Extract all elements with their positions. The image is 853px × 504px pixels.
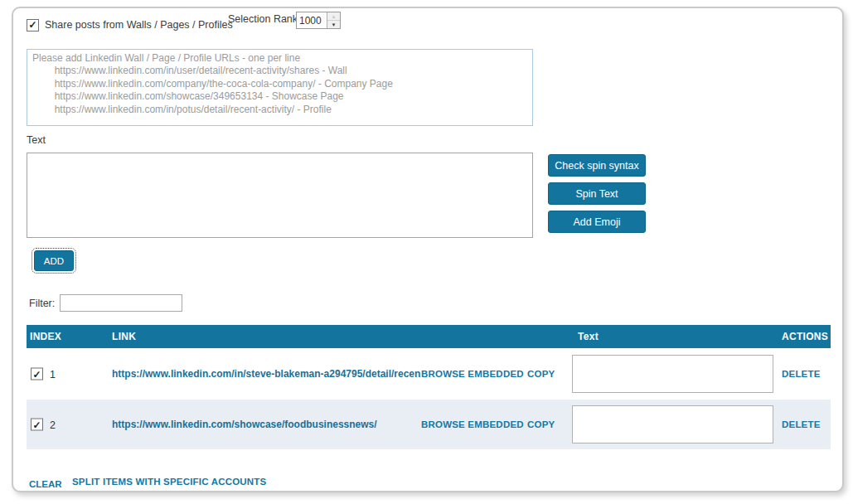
row-index-cell: ✓ 1 bbox=[31, 368, 56, 380]
column-header-text: Text bbox=[578, 331, 599, 342]
filter-row: Filter: bbox=[29, 294, 182, 312]
row-link[interactable]: https://www.linkedin.com/showcase/foodbu… bbox=[112, 419, 377, 430]
check-icon: ✓ bbox=[28, 20, 36, 30]
selection-rank-input[interactable] bbox=[297, 12, 327, 28]
filter-label: Filter: bbox=[29, 298, 55, 309]
add-button[interactable]: ADD bbox=[34, 250, 74, 271]
browse-embedded-link[interactable]: BROWSE EMBEDDED bbox=[421, 369, 524, 379]
share-posts-checkbox[interactable]: ✓ bbox=[27, 19, 39, 32]
spin-up-button[interactable]: ▲ bbox=[327, 12, 340, 21]
split-items-link[interactable]: SPLIT ITEMS WITH SPECIFIC ACCOUNTS bbox=[72, 477, 266, 487]
chevron-up-icon: ▲ bbox=[332, 14, 337, 19]
column-header-link: LINK bbox=[112, 331, 136, 342]
delete-link[interactable]: DELETE bbox=[782, 369, 821, 379]
row-text-cell bbox=[572, 355, 773, 393]
row-checkbox[interactable]: ✓ bbox=[31, 368, 43, 380]
selection-rank-label: Selection Rank bbox=[228, 13, 298, 25]
linkedin-urls-input[interactable]: Please add Linkedin Wall / Page / Profil… bbox=[27, 49, 533, 126]
selection-rank-spinner[interactable]: ▲ ▼ bbox=[296, 12, 341, 29]
row-index: 2 bbox=[50, 419, 56, 430]
copy-link[interactable]: COPY bbox=[527, 419, 555, 429]
main-panel: ✓ Share posts from Walls / Pages / Profi… bbox=[12, 7, 844, 492]
row-index: 1 bbox=[50, 368, 56, 380]
spin-down-button[interactable]: ▼ bbox=[327, 21, 340, 28]
delete-link[interactable]: DELETE bbox=[782, 419, 821, 429]
text-label: Text bbox=[27, 134, 46, 146]
url-hint-line: https://www.linkedin.com/in/potus/detail… bbox=[32, 104, 527, 116]
check-icon: ✓ bbox=[32, 419, 41, 429]
column-header-index: INDEX bbox=[30, 331, 61, 342]
row-index-cell: ✓ 2 bbox=[31, 419, 56, 431]
url-hint-line: Please add Linkedin Wall / Page / Profil… bbox=[32, 52, 527, 65]
row-text-cell bbox=[572, 405, 773, 443]
check-spin-syntax-button[interactable]: Check spin syntax bbox=[548, 154, 646, 177]
add-emoji-button[interactable]: Add Emoji bbox=[548, 211, 646, 233]
table-row: ✓ 1 https://www.linkedin.com/in/steve-bl… bbox=[27, 348, 831, 400]
check-icon: ✓ bbox=[32, 369, 41, 379]
chevron-down-icon: ▼ bbox=[332, 22, 337, 27]
table-row: ✓ 2 https://www.linkedin.com/showcase/fo… bbox=[27, 400, 831, 449]
clear-link[interactable]: CLEAR bbox=[29, 479, 62, 489]
copy-link[interactable]: COPY bbox=[527, 369, 555, 379]
row-checkbox[interactable]: ✓ bbox=[31, 419, 43, 431]
url-hint-line: https://www.linkedin.com/company/the-coc… bbox=[32, 78, 527, 90]
text-input[interactable] bbox=[27, 153, 533, 238]
url-hint-line: https://www.linkedin.com/in/user/detail/… bbox=[32, 65, 527, 77]
spinner-buttons: ▲ ▼ bbox=[327, 12, 340, 28]
row-text-input[interactable] bbox=[572, 355, 773, 393]
url-hint-line: https://www.linkedin.com/showcase/349653… bbox=[32, 90, 527, 103]
browse-embedded-link[interactable]: BROWSE EMBEDDED bbox=[421, 419, 524, 429]
row-text-input[interactable] bbox=[572, 405, 773, 443]
share-posts-row: ✓ Share posts from Walls / Pages / Profi… bbox=[27, 16, 233, 34]
links-table: INDEX LINK Text ACTIONS ✓ 1 https://www.… bbox=[27, 325, 831, 449]
spin-text-button[interactable]: Spin Text bbox=[548, 182, 646, 205]
column-header-actions: ACTIONS bbox=[782, 331, 828, 342]
table-header: INDEX LINK Text ACTIONS bbox=[27, 325, 831, 348]
filter-input[interactable] bbox=[60, 294, 182, 312]
row-link[interactable]: https://www.linkedin.com/in/steve-blakem… bbox=[112, 368, 420, 380]
share-posts-label: Share posts from Walls / Pages / Profile… bbox=[45, 19, 233, 31]
